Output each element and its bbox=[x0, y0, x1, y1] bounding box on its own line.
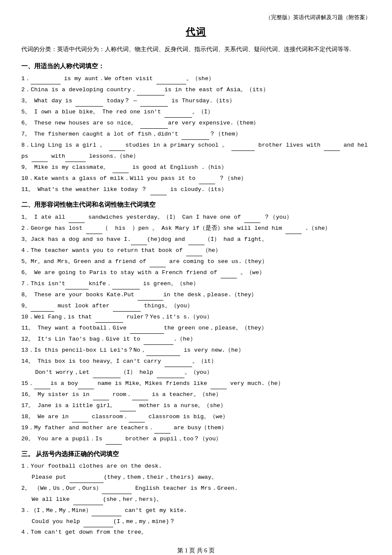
list-item: 18。 We are in classroom． classroom is bi… bbox=[21, 411, 371, 422]
intro-text: 代词的分类：英语中代词分为：人称代词、物主代词、反身代词、指示代词、关系代词、疑… bbox=[21, 44, 371, 55]
section2-items: 1。 I ate all sandwiches yesterday。（I） Ca… bbox=[21, 212, 371, 444]
list-item: 6。 We are going to Paris to stay with a … bbox=[21, 267, 371, 278]
list-item: 4．The teacher wants you to return that b… bbox=[21, 245, 371, 256]
section3-title: 三。 从括号内选择正确的代词填空 bbox=[21, 449, 371, 460]
list-item: 5。 I own a blue bike。 The red one isn't … bbox=[21, 107, 371, 118]
page-footer: 第 1 页 共 6 页 bbox=[21, 546, 371, 555]
list-item: 3。Jack has a dog and so have I. (he)dog … bbox=[21, 234, 371, 245]
header-right: （完整版）英语代词讲解及习题（附答案） bbox=[21, 13, 371, 22]
list-item: 1． is my aunt．We often visit 。（she） bbox=[21, 73, 371, 84]
section2: 二、用形容词性物主代词和名词性物主代词填空 1。 I ate all sandw… bbox=[21, 199, 371, 445]
list-item: 7。 The fishermen caught a lot of fish，di… bbox=[21, 129, 371, 140]
section1-title: 一、用适当的人称代词填空： bbox=[21, 61, 371, 72]
list-item: 16。 My sister is in room． is a teacher。（… bbox=[21, 389, 371, 400]
list-item: 9。 must look after things。（you） bbox=[21, 301, 371, 312]
list-item: Please put (they，them，their，theirs) away… bbox=[21, 472, 371, 483]
list-item: 3。 What day is today？ — is Thursday.（its… bbox=[21, 95, 371, 107]
list-item: Don't worry，Let （I） help 。（you） bbox=[21, 367, 371, 378]
list-item: 19．My father and mother are teachers． ar… bbox=[21, 422, 371, 434]
list-item: 7．This isn't knife． is green。（she） bbox=[21, 278, 371, 289]
list-item: 15． is a boy name is Mike。Mikes friends … bbox=[21, 378, 371, 389]
section3-items: 1．Your football clothes are on the desk.… bbox=[21, 461, 371, 538]
list-item: 13．Is this pencil-box Li Lei's？No， is ve… bbox=[21, 345, 371, 356]
list-item: 20。 You are a pupil．Is brother a pupil，t… bbox=[21, 434, 371, 445]
list-item: 11。 They want a football．Give the green … bbox=[21, 323, 371, 334]
list-item: 10．Kate wants a glass of milk．Will you p… bbox=[21, 173, 371, 184]
list-item: Could you help (I，me，my，mine)？ bbox=[21, 516, 371, 527]
list-item: 4．Tom can't get down from the tree。 bbox=[21, 527, 371, 538]
list-item: We all like (she，her，hers)。 bbox=[21, 494, 371, 505]
list-item: 17。 Jane is a little girl。 mother is a n… bbox=[21, 400, 371, 411]
list-item: 2．China is a developing country． is in t… bbox=[21, 84, 371, 95]
section1: 一、用适当的人称代词填空： 1． is my aunt．We often vis… bbox=[21, 61, 371, 195]
list-item: 1。 I ate all sandwiches yesterday。（I） Ca… bbox=[21, 212, 371, 223]
list-item: 10．Wei Fang，is that ruler？Yes，it's s.（yo… bbox=[21, 312, 371, 323]
list-item: 3．（I，Me，My，Mine） can't get my kite. bbox=[21, 505, 371, 516]
list-item: 9。 Mike is my classmate。 is good at Engl… bbox=[21, 162, 371, 173]
list-item: 11。 What's the weather like today ？ is c… bbox=[21, 184, 371, 195]
list-item: 2。 （We，Us，Our，Ours） English teacher is M… bbox=[21, 483, 371, 494]
section2-title: 二、用形容词性物主代词和名词性物主代词填空 bbox=[21, 199, 371, 211]
list-item: 8．Ling Ling is a girl 。 studies in a pri… bbox=[21, 140, 371, 162]
section3: 三。 从括号内选择正确的代词填空 1．Your football clothes… bbox=[21, 449, 371, 538]
page-title: 代词 bbox=[21, 24, 371, 40]
section1-items: 1． is my aunt．We often visit 。（she） 2．Ch… bbox=[21, 73, 371, 195]
list-item: 14。 This box is too heavy。I can't carry … bbox=[21, 356, 371, 367]
list-item: 8。 These are your books Kate.Put in the … bbox=[21, 289, 371, 301]
list-item: 12。 It's Lin Tao's bag．Give it to .（he） bbox=[21, 334, 371, 345]
list-item: 2．George has lost （ his ）pen 。 Ask Mary … bbox=[21, 223, 371, 234]
list-item: 5。Mr。and Mrs。Green and a friend of are c… bbox=[21, 256, 371, 267]
list-item: 1．Your football clothes are on the desk. bbox=[21, 461, 371, 472]
list-item: 6。 These new houses are so nice。 are ver… bbox=[21, 118, 371, 129]
